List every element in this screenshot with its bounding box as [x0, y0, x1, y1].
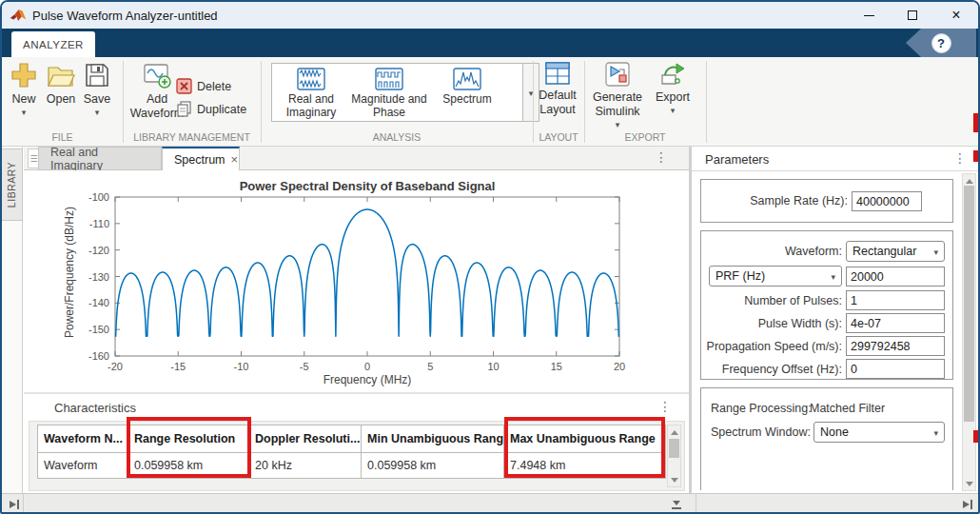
generate-simulink-label: Generate Simulink: [587, 90, 648, 119]
section-label-layout: LAYOUT: [533, 131, 584, 143]
table-header-row: Waveform N...Range ResolutionDoppler Res…: [38, 425, 666, 453]
table-cell[interactable]: 7.4948 km: [504, 453, 666, 479]
svg-text:-120: -120: [88, 245, 109, 256]
svg-text:15: 15: [551, 361, 562, 372]
spectrum-window-value: None: [820, 425, 849, 439]
library-tab-label: LIBRARY: [7, 162, 18, 208]
close-button[interactable]: ×: [934, 2, 978, 29]
open-icon: [46, 61, 76, 89]
tab-bar-menu-icon[interactable]: ⋮: [655, 149, 668, 165]
plot-x-axis-label: Frequency (MHz): [115, 373, 619, 386]
column-header-4[interactable]: Max Unambiguous Range: [504, 425, 666, 453]
magnitude-and-phase-button[interactable]: Magnitude and Phase: [350, 64, 428, 121]
tab-spectrum[interactable]: Spectrum ×: [162, 147, 240, 170]
table-cell[interactable]: Waveform: [38, 453, 128, 479]
characteristics-body: Waveform N...Range ResolutionDoppler Res…: [29, 421, 685, 491]
delete-label: Delete: [197, 80, 231, 93]
parameters-menu-icon[interactable]: ⋮: [953, 150, 967, 166]
pulse-width-label: Pulse Width (s):: [758, 317, 842, 330]
export-label: Export: [656, 90, 690, 105]
maximize-button[interactable]: [891, 2, 934, 29]
column-header-0[interactable]: Waveform N...: [38, 425, 128, 453]
parameters-scrollbar-thumb[interactable]: [964, 186, 974, 422]
real-and-imaginary-icon: [297, 68, 325, 90]
library-panel-tab[interactable]: LIBRARY: [2, 148, 23, 221]
frequency-offset-input[interactable]: [846, 359, 945, 379]
expand-panel-right-icon[interactable]: [961, 498, 974, 511]
tab-analyzer[interactable]: ANALYZER: [11, 31, 95, 57]
add-waveform-icon: [142, 61, 172, 89]
real-and-imaginary-button[interactable]: Real and Imaginary: [272, 64, 350, 121]
title-bar: Pulse Waveform Analyzer-untitled ×: [2, 2, 978, 29]
prf-input[interactable]: [846, 267, 945, 287]
save-button[interactable]: Save ▾: [82, 61, 112, 117]
chevron-down-icon: ▾: [831, 273, 835, 282]
minimize-button[interactable]: [847, 2, 891, 29]
range-processing-value: Matched Filter: [810, 402, 885, 415]
table-cell[interactable]: 0.059958 km: [128, 453, 249, 479]
delete-button[interactable]: Delete: [176, 78, 231, 94]
tab-real-and-imaginary-label: Real and Imaginary: [50, 146, 149, 172]
sample-rate-group: Sample Rate (Hz):: [700, 179, 953, 223]
strip-divider: [23, 494, 24, 514]
section-label-library-management: LIBRARY MANAGEMENT: [123, 131, 261, 143]
table-cell[interactable]: 0.059958 km: [362, 453, 504, 479]
tab-close-icon[interactable]: ×: [231, 152, 239, 167]
collapse-panel-down-icon[interactable]: [670, 498, 683, 511]
save-dropdown-caret[interactable]: ▾: [95, 109, 100, 117]
table-row[interactable]: Waveform0.059958 km20 kHz0.059958 km7.49…: [38, 453, 666, 479]
number-of-pulses-input[interactable]: [846, 290, 945, 310]
waveform-dropdown[interactable]: Rectangular ▾: [846, 241, 945, 262]
scroll-down-icon[interactable]: [963, 477, 975, 490]
duplicate-icon: [176, 101, 192, 117]
table-scrollbar[interactable]: [667, 425, 681, 487]
svg-text:-160: -160: [88, 350, 109, 362]
tab-real-and-imaginary[interactable]: Real and Imaginary: [38, 147, 162, 170]
propagation-speed-input[interactable]: [846, 336, 945, 356]
generate-simulink-caret[interactable]: ▾: [616, 121, 620, 129]
pulse-width-input[interactable]: [846, 313, 945, 333]
characteristics-table[interactable]: Waveform N...Range ResolutionDoppler Res…: [37, 425, 666, 479]
expand-library-panel-icon[interactable]: [8, 498, 21, 511]
characteristics-title: Characteristics: [54, 401, 136, 415]
psd-chart-canvas[interactable]: -20-15-10-505101520-160-150-140-130-120-…: [24, 170, 689, 392]
duplicate-button[interactable]: Duplicate: [176, 101, 246, 117]
table-cell[interactable]: 20 kHz: [249, 453, 362, 479]
prf-dropdown[interactable]: PRF (Hz) ▾: [709, 266, 842, 287]
scroll-down-icon[interactable]: [668, 473, 680, 486]
characteristics-menu-icon[interactable]: ⋮: [658, 399, 672, 414]
open-button[interactable]: Open: [44, 61, 78, 107]
export-button[interactable]: Export ▾: [652, 61, 694, 115]
scroll-up-icon[interactable]: [668, 425, 680, 439]
new-button[interactable]: New ▾: [8, 61, 40, 117]
strip-divider: [696, 494, 696, 514]
sample-rate-input[interactable]: [852, 191, 922, 211]
spectrum-plot: Power Spectral Density of Baseband Signa…: [24, 170, 689, 392]
annotation-edge-mark: [973, 113, 978, 132]
column-header-1[interactable]: Range Resolution: [128, 425, 249, 453]
export-icon: [658, 61, 687, 88]
delete-icon: [176, 78, 192, 94]
column-header-2[interactable]: Doppler Resoluti...: [249, 425, 362, 453]
default-layout-button[interactable]: Default Layout: [531, 61, 584, 117]
frequency-offset-label: Frequency Offset (Hz):: [722, 363, 842, 376]
ribbon-tab-strip: ANALYZER ?: [2, 29, 978, 57]
table-scrollbar-thumb[interactable]: [669, 439, 679, 458]
ribbon-toolbar: New ▾ Open Save ▾ FILE: [2, 57, 978, 147]
new-dropdown-caret[interactable]: ▾: [22, 109, 27, 117]
spectrum-button[interactable]: Spectrum: [428, 64, 506, 121]
analysis-gallery: Real and Imaginary Magnitude and Phase S…: [271, 63, 523, 122]
svg-text:10: 10: [487, 361, 499, 372]
save-icon: [83, 61, 111, 89]
help-area: ?: [906, 29, 976, 57]
spectrum-window-dropdown[interactable]: None ▾: [813, 422, 945, 443]
new-icon: [10, 61, 38, 89]
generate-simulink-button[interactable]: Generate Simulink ▾: [587, 61, 648, 129]
export-caret[interactable]: ▾: [671, 107, 676, 115]
status-strip: [2, 493, 978, 514]
help-button[interactable]: ?: [931, 33, 951, 53]
prf-label: PRF (Hz): [715, 269, 765, 283]
waveform-label: Waveform:: [785, 245, 842, 258]
column-header-3[interactable]: Min Unambiguous Range: [362, 425, 504, 453]
parameters-scrollbar[interactable]: [962, 173, 976, 491]
